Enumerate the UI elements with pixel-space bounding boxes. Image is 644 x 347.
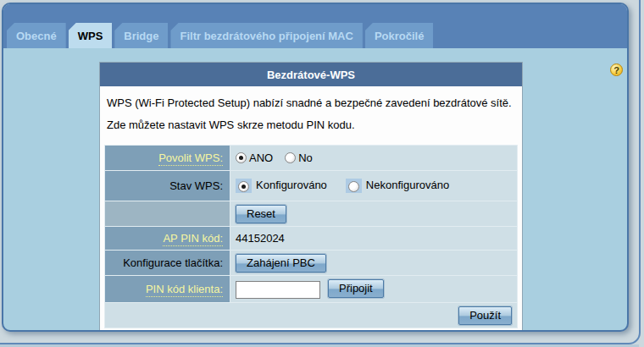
start-pbc-button[interactable]: Zahájení PBC [236, 254, 326, 273]
client-pin-input[interactable] [236, 281, 320, 299]
configured-radio[interactable] [238, 181, 249, 192]
enable-yes-label: ANO [249, 151, 273, 164]
client-pin-label[interactable]: PIN kód klienta: [146, 283, 223, 297]
panel-title: Bezdrátové-WPS [100, 63, 522, 86]
wps-status-label: Stav WPS: [169, 179, 223, 192]
unconfigured-label: Nekonfigurováno [366, 179, 449, 191]
table-row: PIN kód klienta: Připojit [105, 276, 518, 303]
help-icon[interactable]: ? [610, 63, 623, 76]
enable-no-label: No [298, 151, 313, 164]
tab-obecne[interactable]: Obecné [7, 23, 66, 48]
empty-label-cell [105, 201, 230, 227]
tab-pokrocile[interactable]: Pokročilé [365, 23, 434, 48]
table-row: Povolit WPS: ANONo [105, 146, 518, 171]
tab-bridge[interactable]: Bridge [114, 23, 168, 48]
unconfigured-radio[interactable] [348, 181, 359, 192]
unconfigured-radio-box [346, 179, 362, 193]
tab-bar: Obecné WPS Bridge Filtr bezdrátového při… [3, 4, 627, 48]
wps-panel: Bezdrátové-WPS WPS (Wi-Fi Protected Setu… [99, 62, 523, 332]
table-row: Reset [105, 201, 518, 227]
enable-no-radio[interactable] [285, 152, 296, 163]
table-row: AP PIN kód: 44152024 [105, 227, 518, 251]
tab-strip: Obecné WPS Bridge Filtr bezdrátového při… [7, 23, 433, 48]
apply-button[interactable]: Použít [458, 306, 512, 325]
tab-filtr-mac[interactable]: Filtr bezdrátového připojení MAC [170, 23, 362, 48]
panel-description: WPS (Wi-Fi Protected Setup) nabízí snadn… [100, 86, 522, 138]
connect-button[interactable]: Připojit [328, 279, 384, 298]
page-body: Bezdrátové-WPS WPS (Wi-Fi Protected Setu… [3, 48, 627, 332]
table-row: Konfigurace tlačítka: Zahájení PBC [105, 251, 518, 276]
wireless-settings-window: Obecné WPS Bridge Filtr bezdrátového při… [2, 3, 629, 332]
push-button-config-label: Konfigurace tlačítka: [123, 256, 223, 269]
wps-form-table: Povolit WPS: ANONo Stav WPS: Konfigurová… [104, 145, 518, 328]
configured-label: Konfigurováno [256, 179, 327, 191]
reset-button[interactable]: Reset [236, 205, 286, 223]
ap-pin-value: 44152024 [236, 232, 285, 245]
enable-yes-radio[interactable] [236, 152, 247, 163]
table-row: Použít [105, 303, 518, 328]
tab-wps[interactable]: WPS [69, 23, 113, 48]
enable-wps-label[interactable]: Povolit WPS: [158, 151, 223, 166]
configured-radio-box [236, 179, 252, 193]
table-row: Stav WPS: KonfigurovánoNekonfigurováno [105, 171, 518, 201]
ap-pin-label[interactable]: AP PIN kód: [163, 232, 223, 246]
